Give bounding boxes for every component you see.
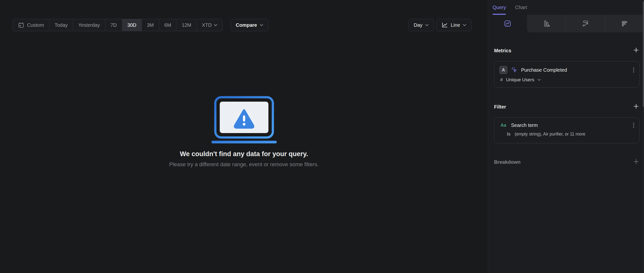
aggregation-dropdown[interactable]: # Unique Users (499, 77, 635, 82)
calendar-icon (18, 22, 24, 28)
add-breakdown-button[interactable] (633, 158, 640, 166)
chevron-down-icon (260, 24, 263, 26)
view-tab-insights[interactable] (488, 15, 527, 32)
date-range-30d[interactable]: 30D (122, 19, 142, 31)
plus-icon (633, 47, 639, 54)
filter-operator: Is (507, 131, 510, 137)
filter-values: (empty string), Air purifier, or 11 more (515, 132, 586, 137)
flows-icon (582, 20, 589, 27)
date-range-12m[interactable]: 12M (176, 19, 196, 31)
metric-event-name: Purchase Completed (521, 67, 567, 73)
breakdown-heading: Breakdown (494, 159, 520, 165)
hash-symbol: # (500, 77, 503, 82)
view-tab-funnels[interactable] (527, 15, 566, 32)
filter-condition[interactable]: Is (empty string), Air purifier, or 11 m… (499, 131, 635, 137)
aggregation-label: Unique Users (506, 77, 534, 82)
metric-card[interactable]: A Purchase Completed # Unique Users (494, 61, 640, 88)
filter-options-kebab-icon[interactable] (632, 122, 635, 128)
date-range-3m[interactable]: 3M (142, 19, 159, 31)
string-type-icon: Aa (499, 123, 508, 128)
line-chart-icon (442, 22, 448, 28)
plus-icon (633, 103, 639, 110)
date-range-6m[interactable]: 6M (159, 19, 176, 31)
date-range-custom[interactable]: Custom (13, 19, 49, 31)
add-filter-button[interactable] (633, 103, 640, 111)
compare-button[interactable]: Compare (230, 19, 268, 31)
empty-state-title: We couldn't find any data for your query… (180, 150, 308, 158)
date-range-label: Custom (27, 22, 44, 28)
metrics-heading: Metrics (494, 48, 511, 53)
date-range-xtd[interactable]: XTD (196, 19, 222, 31)
date-range-7d[interactable]: 7D (105, 19, 122, 31)
granularity-dropdown[interactable]: Day (408, 19, 434, 31)
retention-icon (621, 20, 628, 27)
view-tab-flows[interactable] (566, 15, 605, 32)
date-range-today[interactable]: Today (49, 19, 73, 31)
panel-scrollbar[interactable] (643, 0, 644, 273)
chevron-down-icon (425, 24, 429, 26)
plus-icon (633, 159, 639, 165)
view-type-strip (488, 15, 644, 32)
tab-query[interactable]: Query (492, 0, 506, 15)
panel-tabs: Query Chart (488, 0, 644, 15)
metric-options-kebab-icon[interactable] (632, 67, 635, 73)
view-tab-retention[interactable] (605, 15, 644, 32)
filter-card[interactable]: Aa Search term Is (empty string), Air pu… (494, 117, 640, 143)
metric-letter-badge: A (499, 66, 508, 74)
chevron-down-icon (538, 79, 541, 81)
chevron-down-icon (463, 24, 466, 26)
chevron-down-icon (214, 24, 217, 26)
filter-heading: Filter (494, 104, 506, 110)
event-click-icon (511, 67, 518, 73)
filter-property-name: Search term (511, 122, 538, 128)
warning-laptop-illustration (211, 95, 277, 144)
tab-chart[interactable]: Chart (515, 0, 527, 15)
query-builder-panel: Query Chart (488, 0, 644, 273)
funnels-icon (543, 20, 550, 27)
date-range-control: Custom Today Yesterday 7D 30D 3M 6M 12M … (12, 19, 223, 31)
date-range-yesterday[interactable]: Yesterday (73, 19, 105, 31)
empty-state: We couldn't find any data for your query… (0, 95, 488, 168)
empty-state-subtitle: Please try a different date range, event… (169, 161, 319, 168)
insights-icon (504, 20, 511, 27)
add-metric-button[interactable] (633, 47, 640, 54)
panel-scrollbar-thumb[interactable] (643, 1, 644, 107)
chart-type-dropdown[interactable]: Line (436, 19, 472, 31)
chart-canvas: Custom Today Yesterday 7D 30D 3M 6M 12M … (0, 0, 488, 273)
